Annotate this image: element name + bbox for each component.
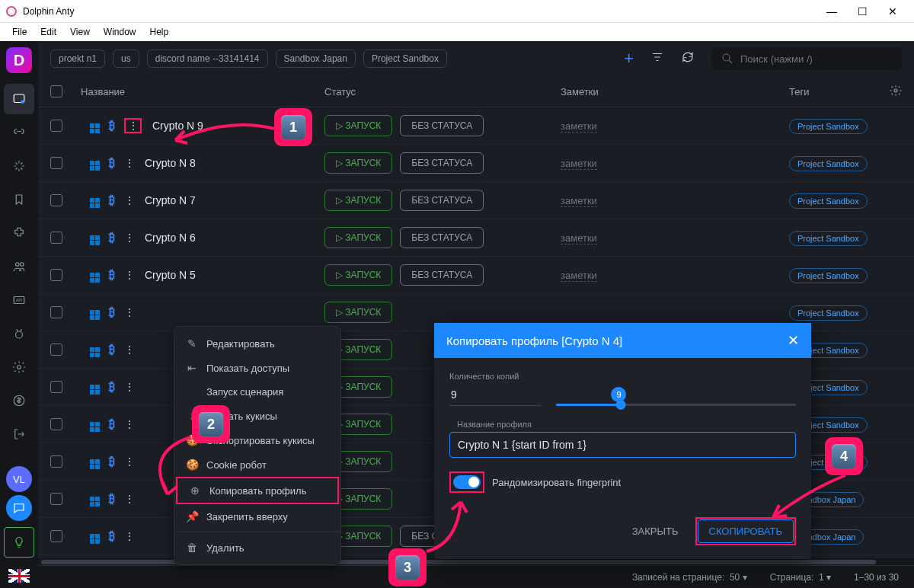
row-checkbox[interactable] [50,344,62,356]
row-checkbox[interactable] [50,306,62,318]
row-checkbox[interactable] [50,418,62,430]
context-menu-item[interactable]: 🍪Cookie робот [174,452,340,477]
copies-slider[interactable]: 9 [556,390,796,406]
launch-button[interactable]: ▷ ЗАПУСК [324,264,392,286]
row-checkbox[interactable] [50,157,62,169]
row-menu-icon[interactable]: ⋮ [124,344,134,356]
menu-file[interactable]: File [6,25,33,39]
row-menu-icon[interactable]: ⋮ [124,118,142,133]
menu-edit[interactable]: Edit [34,25,62,39]
row-menu-icon[interactable]: ⋮ [124,157,134,169]
context-menu-item[interactable]: ✎Редактировать [174,331,340,356]
launch-button[interactable]: ▷ ЗАПУСК [324,227,392,248]
randomize-toggle[interactable] [453,475,481,489]
row-tag[interactable]: Project Sandbox [789,193,868,209]
sidebar-api-icon[interactable]: API [4,285,34,315]
notes-link[interactable]: заметки [561,120,597,133]
context-menu-item[interactable]: Запуск сценария [174,380,340,404]
search-input[interactable] [740,53,893,65]
row-checkbox[interactable] [50,232,62,244]
menu-window[interactable]: Window [97,25,142,39]
sidebar-automation-icon[interactable] [4,318,34,349]
profile-name-input[interactable] [449,432,796,458]
status-button[interactable]: БЕЗ СТАТУСА [400,264,484,286]
row-menu-icon[interactable]: ⋮ [124,455,134,468]
sidebar-users-icon[interactable] [4,251,34,282]
launch-button[interactable]: ▷ ЗАПУСК [324,302,392,323]
cancel-button[interactable]: ЗАКРЫТЬ [623,519,688,543]
status-button[interactable]: БЕЗ СТАТУСА [400,227,484,248]
row-tag[interactable]: Project Sandbox [789,305,868,321]
row-menu-icon[interactable]: ⋮ [124,194,134,206]
copies-input[interactable] [449,384,541,406]
context-menu-item[interactable]: ⇤Показать доступы [174,356,340,380]
filter-tag[interactable]: us [113,50,139,68]
launch-button[interactable]: ▷ ЗАПУСК [324,152,392,174]
filter-icon[interactable] [650,50,664,68]
sidebar-settings-icon[interactable] [4,352,34,382]
row-checkbox[interactable] [50,530,62,542]
status-button[interactable]: БЕЗ СТАТУСА [400,152,484,174]
row-checkbox[interactable] [50,194,62,206]
close-button[interactable]: ✕ [877,1,908,22]
sidebar-proxies-icon[interactable] [4,117,34,148]
column-tags[interactable]: Теги [789,86,879,97]
row-menu-icon[interactable]: ⋮ [124,381,134,393]
notes-link[interactable]: заметки [561,195,597,207]
row-tag[interactable]: Project Sandbox [789,231,868,246]
row-checkbox[interactable] [50,269,62,281]
add-profile-icon[interactable]: + [624,49,634,69]
row-menu-icon[interactable]: ⋮ [124,493,134,505]
filter-tag[interactable]: discord name --33141414 [147,50,268,68]
row-menu-icon[interactable]: ⋮ [124,418,134,430]
select-all-checkbox[interactable] [50,85,62,97]
maximize-button[interactable]: ☐ [847,1,877,22]
menu-view[interactable]: View [64,25,96,39]
launch-button[interactable]: ▷ ЗАПУСК [324,190,392,211]
filter-tag[interactable]: Sandbox Japan [276,50,356,68]
notes-link[interactable]: заметки [561,232,597,244]
context-menu-item[interactable]: 🗑Удалить [174,535,340,560]
sidebar-billing-icon[interactable] [4,385,34,416]
user-avatar[interactable]: VL [6,466,32,492]
row-checkbox[interactable] [50,455,62,468]
hint-icon[interactable] [4,527,34,558]
status-button[interactable]: БЕЗ СТАТУСА [400,115,484,136]
refresh-icon[interactable] [681,50,695,68]
row-checkbox[interactable] [50,120,62,132]
horiz-scrollbar[interactable] [38,558,914,565]
per-page-value[interactable]: 50 [730,572,740,583]
logo-icon[interactable]: D [6,47,32,73]
row-menu-icon[interactable]: ⋮ [124,269,134,281]
filter-tag[interactable]: proekt n1 [50,50,105,68]
filter-tag[interactable]: Project Sandbox [363,50,447,68]
menu-help[interactable]: Help [144,25,175,39]
context-menu-item[interactable]: ⊕Копировать профиль [176,477,339,504]
column-name[interactable]: Название [73,86,324,97]
language-flag[interactable] [6,567,32,585]
row-tag[interactable]: Project Sandbox [789,119,868,134]
table-settings-icon[interactable] [879,85,902,99]
sidebar-sparkle-icon[interactable] [4,151,34,181]
sidebar-browsers-icon[interactable] [4,84,34,114]
notes-link[interactable]: заметки [561,270,597,282]
row-menu-icon[interactable]: ⋮ [124,530,134,542]
copy-button[interactable]: СКОПИРОВАТЬ [698,519,794,543]
minimize-button[interactable]: — [817,1,847,22]
row-checkbox[interactable] [50,493,62,505]
search-box[interactable] [711,47,902,70]
sidebar-extensions-icon[interactable] [4,218,34,248]
row-checkbox[interactable] [50,381,62,393]
column-status[interactable]: Статус [324,86,561,97]
column-notes[interactable]: Заметки [561,86,789,97]
status-button[interactable]: БЕЗ СТАТУСА [400,190,484,211]
row-menu-icon[interactable]: ⋮ [124,306,134,318]
row-tag[interactable]: Project Sandbox [789,156,868,171]
chat-icon[interactable] [6,495,32,521]
page-value[interactable]: 1 [819,572,824,583]
notes-link[interactable]: заметки [561,158,597,170]
sidebar-bookmark-icon[interactable] [4,184,34,215]
row-tag[interactable]: Project Sandbox [789,268,868,283]
modal-close-icon[interactable]: ✕ [788,332,799,349]
sidebar-logout-icon[interactable] [4,419,34,449]
